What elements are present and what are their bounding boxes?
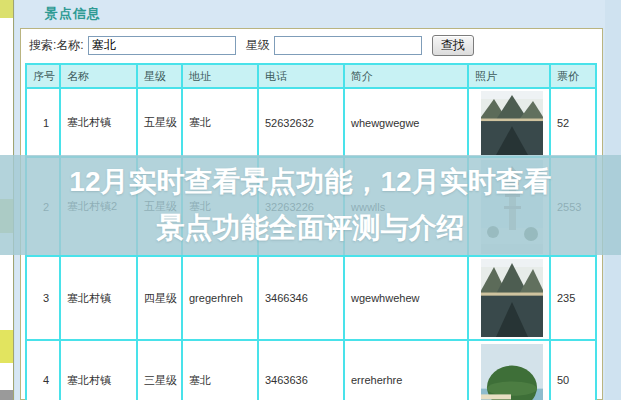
spot-name: 塞北村镇 xyxy=(60,88,137,157)
table-row: 3塞北村镇四星级gregerhreh3466346wgewhwehew 235 xyxy=(26,256,596,340)
column-header: 序号 xyxy=(26,64,60,88)
row-number: 3 xyxy=(26,256,60,340)
column-header: 地址 xyxy=(182,64,258,88)
address: 塞北 xyxy=(182,88,258,157)
table-row: 4塞北村镇三星级塞北3463636erreherhre 50 xyxy=(26,340,596,400)
column-header: 照片 xyxy=(468,64,550,88)
row-number: 1 xyxy=(26,88,60,157)
sidebar-block xyxy=(0,390,13,400)
ticket-price: 235 xyxy=(550,256,596,340)
row-number: 4 xyxy=(26,340,60,400)
ticket-price: 50 xyxy=(550,340,596,400)
page-header: 景点信息 xyxy=(15,0,605,28)
phone-number: 3463636 xyxy=(258,340,344,400)
introduction: whewgwegwe xyxy=(344,88,468,157)
search-name-label: 搜索:名称: xyxy=(29,37,84,54)
promo-banner-text: 12月实时查看景点功能，12月实时查看 景点功能全面评测与介绍 xyxy=(0,159,621,251)
phone-number: 3466346 xyxy=(258,256,344,340)
star-level-label: 星级 xyxy=(246,37,270,54)
column-header: 简介 xyxy=(344,64,468,88)
mountain-lake-photo xyxy=(481,259,543,337)
banner-line-1: 12月实时查看景点功能，12月实时查看 xyxy=(69,166,551,197)
table-header-row: 序号名称星级地址电话简介照片票价 xyxy=(26,64,596,88)
address: 塞北 xyxy=(182,340,258,400)
photo-cell xyxy=(468,340,550,400)
column-header: 电话 xyxy=(258,64,344,88)
star-level: 四星级 xyxy=(137,256,182,340)
photo-cell xyxy=(468,256,550,340)
app-window: 景点信息 搜索:名称: 星级 查找 序号名称星级地址电话简介照片票价 1塞北村镇… xyxy=(0,0,621,400)
column-header: 票价 xyxy=(550,64,596,88)
address: gregerhreh xyxy=(182,256,258,340)
search-bar: 搜索:名称: 星级 查找 xyxy=(21,29,602,61)
star-level: 五星级 xyxy=(137,88,182,157)
introduction: wgewhwehew xyxy=(344,256,468,340)
spot-name: 塞北村镇 xyxy=(60,340,137,400)
search-button[interactable]: 查找 xyxy=(432,35,474,56)
ticket-price: 52 xyxy=(550,88,596,157)
mountain-lake-photo xyxy=(481,91,543,155)
introduction: erreherhre xyxy=(344,340,468,400)
column-header: 星级 xyxy=(137,64,182,88)
sidebar-block xyxy=(0,0,13,18)
banner-line-2: 景点功能全面评测与介绍 xyxy=(157,212,465,243)
photo-cell xyxy=(468,88,550,157)
table-row: 1塞北村镇五星级塞北52632632whewgwegwe 52 xyxy=(26,88,596,157)
promo-banner-overlay: 12月实时查看景点功能，12月实时查看 景点功能全面评测与介绍 xyxy=(0,155,621,255)
spot-name: 塞北村镇 xyxy=(60,256,137,340)
star-level: 三星级 xyxy=(137,340,182,400)
name-input[interactable] xyxy=(88,36,236,55)
phone-number: 52632632 xyxy=(258,88,344,157)
column-header: 名称 xyxy=(60,64,137,88)
island-photo xyxy=(481,344,543,400)
star-level-input[interactable] xyxy=(274,36,422,55)
sidebar-block xyxy=(0,330,13,363)
page-title: 景点信息 xyxy=(45,5,101,23)
